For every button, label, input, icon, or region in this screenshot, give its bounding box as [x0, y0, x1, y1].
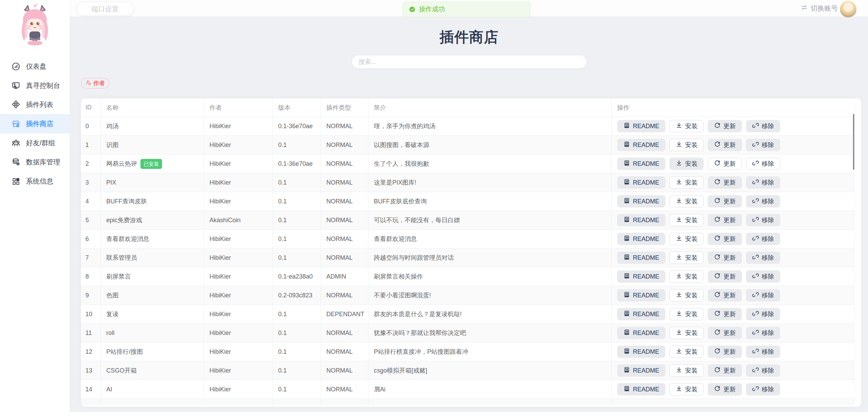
- update-button[interactable]: 更新: [708, 289, 742, 301]
- update-button[interactable]: 更新: [708, 214, 742, 226]
- install-button[interactable]: 安装: [669, 289, 704, 301]
- readme-icon: [623, 385, 630, 394]
- readme-button[interactable]: README: [617, 308, 665, 320]
- readme-button[interactable]: README: [617, 270, 665, 283]
- remove-button[interactable]: 移除: [746, 176, 780, 189]
- sidebar-item-dashboard[interactable]: 仪表盘: [0, 57, 70, 76]
- install-button[interactable]: 安装: [669, 176, 704, 189]
- action-label: 安装: [685, 160, 697, 168]
- readme-button[interactable]: README: [617, 327, 665, 339]
- sidebar-item-plugin-store[interactable]: 插件商店: [0, 114, 70, 133]
- table-row: 12P站排行/搜图HibiKier0.1NORMALP站排行榜直接冲，P站搜图跟…: [81, 342, 854, 361]
- cell-name: BUFF查询皮肤: [101, 192, 204, 211]
- sidebar-item-database[interactable]: 数据库管理: [0, 152, 70, 172]
- readme-button[interactable]: README: [617, 120, 665, 132]
- table-body: 0鸡汤HibiKier0.1-36e70aeNORMAL嗐，亲手为你煮的鸡汤RE…: [81, 117, 854, 404]
- install-button[interactable]: 安装: [669, 158, 704, 170]
- cell-desc: BUFF皮肤底价查询: [368, 192, 612, 211]
- remove-button[interactable]: 移除: [746, 383, 780, 395]
- search-input[interactable]: [352, 55, 586, 68]
- column-header: 操作: [612, 98, 854, 117]
- remove-button[interactable]: 移除: [746, 120, 780, 132]
- sidebar-item-plugin-list[interactable]: 插件列表: [0, 95, 70, 114]
- action-label: 移除: [762, 160, 774, 168]
- install-button[interactable]: 安装: [669, 214, 704, 226]
- remove-button[interactable]: 移除: [746, 252, 780, 264]
- update-button[interactable]: 更新: [708, 176, 742, 189]
- cell-desc: 生了个人，我很抱歉: [368, 154, 612, 173]
- remove-button[interactable]: 移除: [746, 139, 780, 151]
- readme-button[interactable]: README: [617, 252, 665, 264]
- remove-button[interactable]: 移除: [746, 158, 780, 170]
- update-button[interactable]: 更新: [708, 346, 742, 358]
- remove-button[interactable]: 移除: [746, 308, 780, 320]
- action-label: README: [633, 160, 659, 167]
- update-button[interactable]: 更新: [708, 383, 742, 395]
- update-button[interactable]: 更新: [708, 195, 742, 207]
- sidebar-item-system-info[interactable]: 系统信息: [0, 172, 70, 191]
- remove-button[interactable]: 移除: [746, 346, 780, 358]
- update-button[interactable]: 更新: [708, 252, 742, 264]
- remove-button[interactable]: 移除: [746, 214, 780, 226]
- readme-button[interactable]: README: [617, 364, 665, 377]
- cell-id: 4: [81, 192, 101, 211]
- unlink-icon: [752, 329, 759, 337]
- readme-button[interactable]: README: [617, 195, 665, 207]
- install-button[interactable]: 安装: [669, 364, 704, 377]
- author-filter-button[interactable]: 作者: [81, 78, 109, 89]
- sidebar-item-friends-groups[interactable]: 好友/群组: [0, 133, 70, 152]
- switch-account-button[interactable]: 切换账号: [800, 0, 838, 16]
- update-button[interactable]: 更新: [708, 270, 742, 283]
- remove-button[interactable]: 移除: [746, 364, 780, 377]
- remove-button[interactable]: 移除: [746, 327, 780, 339]
- page-bottom-strip: [0, 412, 868, 417]
- port-settings-button[interactable]: 端口设置: [77, 2, 133, 15]
- download-icon: [676, 385, 682, 394]
- readme-button[interactable]: README: [617, 233, 665, 245]
- user-avatar[interactable]: [840, 1, 856, 17]
- install-button[interactable]: 安装: [669, 139, 704, 151]
- readme-button[interactable]: README: [617, 158, 665, 170]
- update-button[interactable]: 更新: [708, 308, 742, 320]
- table-scrollbar[interactable]: [853, 114, 854, 170]
- user-pen-icon: [85, 80, 91, 87]
- install-button[interactable]: 安装: [669, 195, 704, 207]
- readme-button[interactable]: README: [617, 383, 665, 395]
- table-row: 8刷屏禁言HibiKier0.1-ea238a0ADMIN刷屏禁言相关操作REA…: [81, 267, 854, 286]
- cell-desc: 以图搜图，看破本源: [368, 136, 612, 154]
- readme-button[interactable]: README: [617, 139, 665, 151]
- action-label: README: [633, 348, 659, 355]
- update-button[interactable]: 更新: [708, 158, 742, 170]
- readme-button[interactable]: README: [617, 346, 665, 358]
- sidebar-item-console[interactable]: 真寻控制台: [0, 76, 70, 95]
- install-button[interactable]: 安装: [669, 270, 704, 283]
- update-button[interactable]: 更新: [708, 120, 742, 132]
- page-title: 插件商店: [70, 28, 868, 47]
- remove-button[interactable]: 移除: [746, 289, 780, 301]
- cell-type: NORMAL: [321, 286, 368, 305]
- install-button[interactable]: 安装: [669, 346, 704, 358]
- install-button[interactable]: 安装: [669, 233, 704, 245]
- remove-button[interactable]: 移除: [746, 270, 780, 283]
- install-button[interactable]: 安装: [669, 120, 704, 132]
- readme-button[interactable]: README: [617, 289, 665, 301]
- dashboard-icon: [11, 62, 21, 71]
- refresh-icon: [714, 291, 721, 300]
- cell-author: HibiKier: [204, 286, 273, 305]
- sidebar-item-label: 数据库管理: [26, 158, 60, 167]
- remove-button[interactable]: 移除: [746, 233, 780, 245]
- install-button[interactable]: 安装: [669, 252, 704, 264]
- update-button[interactable]: 更新: [708, 139, 742, 151]
- readme-icon: [623, 141, 630, 149]
- readme-button[interactable]: README: [617, 176, 665, 189]
- cell-desc: 犹豫不决吗？那就让我帮你决定吧: [368, 324, 612, 342]
- install-button[interactable]: 安装: [669, 308, 704, 320]
- update-button[interactable]: 更新: [708, 364, 742, 377]
- update-button[interactable]: 更新: [708, 233, 742, 245]
- install-button[interactable]: 安装: [669, 383, 704, 395]
- update-button[interactable]: 更新: [708, 327, 742, 339]
- install-button[interactable]: 安装: [669, 327, 704, 339]
- remove-button[interactable]: 移除: [746, 195, 780, 207]
- unlink-icon: [752, 141, 759, 149]
- readme-button[interactable]: README: [617, 214, 665, 226]
